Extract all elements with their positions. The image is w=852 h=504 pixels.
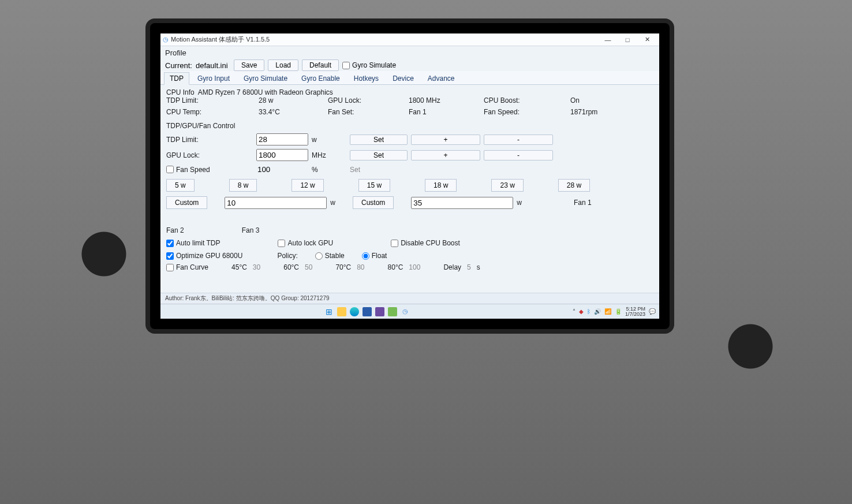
load-button[interactable]: Load — [268, 59, 298, 71]
curve-45c-label: 45°C — [231, 263, 247, 271]
preset-15w-button[interactable]: 15 w — [358, 179, 390, 192]
current-label: Current: — [165, 61, 192, 70]
author-bar: Author: Frank东。BiliBili站: 范东东跨噜。QQ Group… — [160, 293, 659, 304]
windows-taskbar[interactable]: ⊞ ◷ ˄ ◆ ᛒ 🔊 📶 🔋 5:12 PM 1/7/2023 💬 — [160, 304, 659, 319]
tab-bar: TDP Gyro Input Gyro Simulate Gyro Enable… — [160, 71, 659, 85]
policy-stable-radio[interactable]: Stable — [315, 252, 345, 260]
preset-8w-button[interactable]: 8 w — [229, 179, 257, 192]
tab-gyro-input[interactable]: Gyro Input — [192, 72, 236, 84]
custom-preset-1-button[interactable]: Custom — [166, 196, 207, 209]
app-icon-1[interactable] — [363, 307, 372, 316]
fan-speed-input[interactable] — [256, 165, 308, 174]
app-icon-2[interactable] — [375, 307, 384, 316]
profile-heading: Profile — [165, 48, 655, 57]
gpu-lock-unit: MHz — [312, 151, 346, 159]
tab-device[interactable]: Device — [387, 72, 420, 84]
taskbar-date: 1/7/2023 — [625, 312, 645, 317]
explorer-icon[interactable] — [337, 307, 346, 316]
fan2-button[interactable]: Fan 2 — [166, 226, 184, 234]
gpu-lock-label: GPU Lock: — [328, 96, 409, 104]
custom-preset-2-button[interactable]: Custom — [353, 196, 394, 209]
tab-hotkeys[interactable]: Hotkeys — [348, 72, 384, 84]
start-icon[interactable]: ⊞ — [324, 307, 334, 316]
tab-tdp[interactable]: TDP — [164, 72, 189, 85]
tdp-limit-input[interactable] — [256, 133, 308, 145]
optimize-gpu-checkbox[interactable]: Optimize GPU 6800U — [166, 252, 242, 260]
fan-curve-label: Fan Curve — [176, 263, 208, 271]
tdp-limit-label: TDP Limit: — [166, 96, 259, 104]
fan3-button[interactable]: Fan 3 — [242, 226, 260, 234]
battery-icon[interactable]: 🔋 — [615, 308, 622, 315]
close-button[interactable]: ✕ — [637, 34, 657, 46]
motion-assistant-icon[interactable]: ◷ — [401, 307, 410, 316]
device-screen-frame: ◷ Motion Assistant 体感助手 V1.1.5.5 — □ ✕ P… — [150, 23, 670, 329]
gyro-simulate-checkbox[interactable]: Gyro Simulate — [342, 61, 396, 69]
curve-80c-label: 80°C — [388, 263, 403, 271]
tab-gyro-enable[interactable]: Gyro Enable — [296, 72, 346, 84]
custom-preset-2-unit: w — [517, 199, 522, 207]
delay-unit: s — [477, 263, 480, 271]
auto-lock-gpu-label: Auto lock GPU — [287, 239, 333, 247]
tdp-plus-button[interactable]: + — [411, 135, 480, 145]
default-button[interactable]: Default — [302, 59, 339, 71]
auto-limit-tdp-label: Auto limit TDP — [176, 239, 220, 247]
app-icon-3[interactable] — [388, 307, 397, 316]
tab-gyro-simulate[interactable]: Gyro Simulate — [238, 72, 293, 84]
gpu-plus-button[interactable]: + — [411, 150, 480, 160]
preset-12w-button[interactable]: 12 w — [292, 179, 323, 192]
fan-speed-ctl-label: Fan Speed — [176, 166, 210, 174]
optimize-gpu-label: Optimize GPU 6800U — [176, 252, 242, 260]
wifi-icon[interactable]: 📶 — [604, 308, 611, 315]
auto-limit-tdp-checkbox[interactable]: Auto limit TDP — [166, 239, 220, 247]
curve-70c-value: 80 — [357, 263, 364, 271]
policy-stable-label: Stable — [325, 252, 345, 260]
tdp-limit-unit: w — [312, 136, 346, 144]
fan-speed-checkbox[interactable]: Fan Speed — [166, 166, 253, 174]
taskbar-clock[interactable]: 5:12 PM 1/7/2023 — [625, 307, 645, 317]
custom-preset-1-input[interactable] — [225, 197, 327, 209]
gpu-set-button[interactable]: Set — [350, 150, 408, 160]
cpu-boost-label: CPU Boost: — [484, 96, 570, 104]
system-tray[interactable]: ˄ ◆ ᛒ 🔊 📶 🔋 5:12 PM 1/7/2023 💬 — [573, 307, 656, 317]
preset-28w-button[interactable]: 28 w — [558, 179, 590, 192]
auto-lock-gpu-checkbox[interactable]: Auto lock GPU — [278, 239, 333, 247]
cpu-info-label: CPU Info — [166, 88, 195, 96]
tdp-minus-button[interactable]: - — [484, 135, 553, 145]
curve-70c-label: 70°C — [335, 263, 351, 271]
save-button[interactable]: Save — [234, 59, 264, 71]
custom-preset-2-input[interactable] — [411, 197, 513, 209]
bluetooth-icon[interactable]: ᛒ — [587, 308, 591, 315]
maximize-button[interactable]: □ — [618, 34, 637, 46]
gpu-lock-value: 1800 MHz — [409, 96, 484, 104]
volume-icon[interactable]: 🔊 — [594, 308, 601, 315]
fan-curve-checkbox[interactable]: Fan Curve — [166, 263, 208, 271]
tray-app-icon[interactable]: ◆ — [579, 308, 584, 315]
cpu-temp-label: CPU Temp: — [166, 108, 259, 116]
policy-label: Policy: — [277, 252, 297, 260]
fan-speed-label: Fan Speed: — [484, 108, 570, 116]
preset-23w-button[interactable]: 23 w — [491, 179, 523, 192]
curve-45c-value: 30 — [253, 263, 260, 271]
tdp-tab-content: CPU Info AMD Ryzen 7 6800U with Radeon G… — [160, 85, 659, 295]
policy-float-radio[interactable]: Float — [362, 252, 387, 260]
custom-preset-1-unit: w — [330, 199, 335, 207]
tdp-limit-ctl-label: TDP Limit: — [166, 136, 253, 144]
gpu-lock-input[interactable] — [256, 149, 308, 161]
window-titlebar[interactable]: ◷ Motion Assistant 体感助手 V1.1.5.5 — □ ✕ — [160, 33, 659, 46]
tab-advance[interactable]: Advance — [422, 72, 461, 84]
minimize-button[interactable]: — — [598, 34, 618, 46]
tray-chevron-icon[interactable]: ˄ — [573, 308, 576, 315]
fan-speed-unit: % — [312, 166, 346, 174]
gpu-minus-button[interactable]: - — [484, 150, 553, 160]
preset-18w-button[interactable]: 18 w — [425, 179, 457, 192]
fan1-button[interactable]: Fan 1 — [574, 199, 592, 207]
edge-icon[interactable] — [350, 307, 359, 316]
curve-60c-value: 50 — [305, 263, 312, 271]
notification-icon[interactable]: 💬 — [649, 308, 656, 315]
preset-5w-button[interactable]: 5 w — [166, 179, 195, 192]
window-title: Motion Assistant 体感助手 V1.1.5.5 — [171, 35, 270, 44]
tdp-set-button[interactable]: Set — [350, 135, 408, 145]
cpu-boost-value: On — [570, 96, 634, 104]
disable-cpu-boost-checkbox[interactable]: Disable CPU Boost — [391, 239, 460, 247]
app-icon: ◷ — [163, 36, 169, 43]
